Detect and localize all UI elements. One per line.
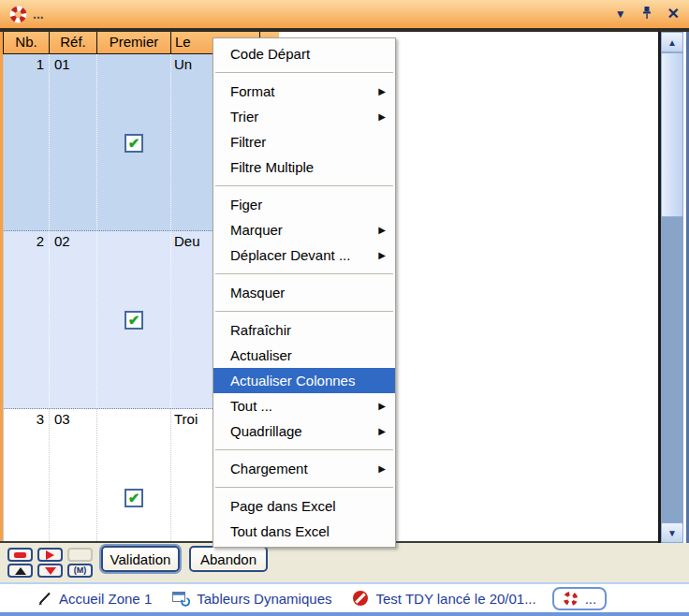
lifesaver-icon: [9, 6, 27, 23]
menu-item-actualiser-colonnes[interactable]: Actualiser Colonnes: [213, 368, 395, 393]
column-header-nb[interactable]: Nb.: [4, 32, 50, 53]
up-arrow-icon: ▲: [667, 37, 677, 48]
menu-item-trier[interactable]: Trier▶: [213, 104, 395, 129]
bottom-tabbar: Accueil Zone 1 Tableurs Dynamiques Test …: [0, 582, 689, 616]
tab-test-tdy[interactable]: Test TDY lancé le 20/01...: [344, 587, 544, 609]
cell-nb: 2: [4, 231, 50, 408]
context-menu: Code Départ Format▶ Trier▶ Filtrer Filtr…: [213, 37, 396, 548]
pin-button[interactable]: [641, 6, 652, 22]
cell-ref: 01: [50, 54, 97, 230]
menu-item-chargement[interactable]: Chargement▶: [213, 456, 395, 481]
cell-ref: 03: [50, 409, 97, 543]
menu-item-marquer[interactable]: Marquer▶: [213, 217, 395, 242]
tab-active-tool-window[interactable]: ...: [552, 587, 608, 610]
submenu-arrow-icon: ▶: [378, 393, 386, 418]
menu-separator: [215, 273, 393, 274]
cell-nb: 3: [4, 409, 50, 543]
check-icon: ✔: [128, 491, 140, 506]
red-arrow-right-icon: [46, 550, 54, 560]
tab-tableurs-dynamiques[interactable]: Tableurs Dynamiques: [164, 588, 340, 609]
lifesaver-icon: [563, 591, 579, 607]
menu-item-tout[interactable]: Tout ...▶: [213, 393, 395, 418]
menu-separator: [215, 185, 393, 186]
submenu-arrow-icon: ▶: [378, 418, 386, 444]
cell-ref: 02: [50, 231, 97, 408]
menu-item-page-dans-excel[interactable]: Page dans Excel: [213, 493, 395, 519]
submenu-arrow-icon: ▶: [378, 456, 386, 481]
scroll-down-button[interactable]: ▼: [661, 522, 683, 543]
down-arrow-icon: ▼: [667, 528, 677, 538]
validation-button[interactable]: Validation: [101, 546, 180, 572]
cell-nb: 1: [4, 54, 50, 230]
m-marker-button[interactable]: (M): [67, 564, 93, 578]
bottom-toolbar: (M) Validation Abandon: [0, 543, 689, 582]
m-marker-icon: (M): [74, 566, 87, 575]
titlebar[interactable]: ... ▼ ✕: [0, 0, 689, 28]
blank-button[interactable]: [67, 548, 93, 562]
column-header-ref[interactable]: Réf.: [50, 32, 97, 53]
scroll-up-button[interactable]: ▲: [661, 32, 683, 52]
cell-premier: ✔: [97, 231, 171, 408]
window-title: ...: [33, 7, 44, 22]
red-arrow-down-icon: [45, 567, 56, 575]
check-icon: ✔: [128, 136, 140, 151]
menu-item-figer[interactable]: Figer: [213, 192, 395, 217]
submenu-arrow-icon: ▶: [378, 217, 386, 242]
menu-separator: [215, 487, 393, 488]
red-bar-icon: [14, 552, 26, 558]
dropdown-arrow-button[interactable]: ▼: [615, 8, 626, 20]
submenu-arrow-icon: ▶: [378, 242, 386, 268]
menu-item-deplacer-devant[interactable]: Déplacer Devant ...▶: [213, 242, 395, 268]
menu-item-quadrillage[interactable]: Quadrillage▶: [213, 418, 395, 444]
scrollbar-thumb[interactable]: [661, 52, 683, 217]
table-refresh-icon: [172, 591, 190, 607]
premier-checkbox[interactable]: ✔: [125, 489, 143, 507]
cell-premier: ✔: [97, 54, 171, 230]
menu-separator: [215, 72, 393, 73]
menu-separator: [215, 449, 393, 450]
premier-checkbox[interactable]: ✔: [125, 311, 143, 330]
column-header-premier[interactable]: Premier: [97, 32, 171, 53]
menu-item-format[interactable]: Format▶: [213, 79, 395, 104]
menu-item-filtre-multiple[interactable]: Filtre Multiple: [213, 154, 395, 180]
vertical-scrollbar[interactable]: ▲ ▼: [661, 32, 683, 543]
close-button[interactable]: ✕: [667, 7, 680, 22]
blocked-icon: [352, 590, 369, 607]
submenu-arrow-icon: ▶: [378, 79, 386, 104]
tab-accueil-zone-1[interactable]: Accueil Zone 1: [28, 588, 160, 609]
record-nav-buttons: (M): [7, 548, 93, 578]
cell-premier: ✔: [97, 409, 171, 543]
menu-item-tout-dans-excel[interactable]: Tout dans Excel: [213, 519, 395, 544]
premier-checkbox[interactable]: ✔: [125, 134, 143, 153]
menu-item-filtrer[interactable]: Filtrer: [213, 129, 395, 154]
red-bar-button[interactable]: [7, 548, 33, 562]
red-arrow-right-button[interactable]: [37, 548, 63, 562]
menu-item-masquer[interactable]: Masquer: [213, 280, 395, 305]
pin-icon: [641, 6, 652, 20]
menu-separator: [215, 311, 393, 312]
check-icon: ✔: [128, 313, 140, 328]
red-arrow-down-button[interactable]: [37, 564, 63, 578]
submenu-arrow-icon: ▶: [378, 104, 386, 129]
menu-item-code-depart[interactable]: Code Départ: [213, 41, 395, 66]
pencil-icon: [37, 591, 52, 607]
menu-item-actualiser[interactable]: Actualiser: [213, 343, 395, 368]
menu-item-rafraichir[interactable]: Rafraîchir: [213, 317, 395, 343]
black-arrow-up-button[interactable]: [7, 564, 33, 578]
abandon-button[interactable]: Abandon: [189, 546, 268, 572]
black-arrow-up-icon: [15, 567, 26, 575]
